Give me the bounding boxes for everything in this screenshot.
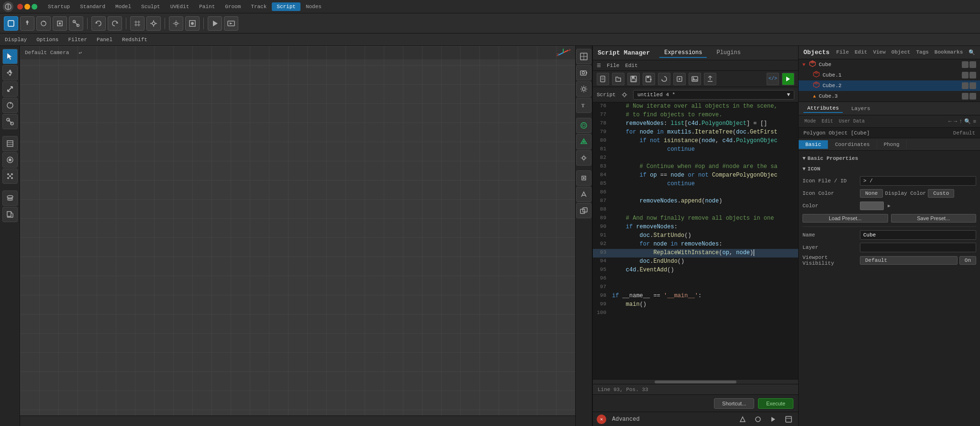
- rt-settings-icon[interactable]: [576, 150, 591, 166]
- toolbar-render-settings-btn[interactable]: [185, 16, 200, 31]
- tab-model[interactable]: Model: [111, 2, 136, 11]
- rt-text-icon[interactable]: T: [576, 98, 591, 113]
- toolbar-undo-btn[interactable]: [91, 16, 106, 31]
- close-window-btn[interactable]: [17, 4, 23, 10]
- attr-search-btn[interactable]: 🔍: [964, 118, 971, 124]
- tab-standard[interactable]: Standard: [75, 2, 110, 11]
- save-preset-btn[interactable]: Save Preset...: [891, 214, 977, 223]
- toolbar-rigging-btn[interactable]: [69, 16, 83, 31]
- sm-tab-plugins[interactable]: Plugins: [712, 48, 745, 58]
- code-scrollbar[interactable]: [593, 379, 798, 384]
- attr-icon-file-value[interactable]: > /: [860, 176, 976, 186]
- object-row-cube1[interactable]: Cube.1: [799, 70, 980, 80]
- script-settings-btn[interactable]: [620, 90, 629, 100]
- tab-sculpt[interactable]: Sculpt: [136, 2, 165, 11]
- objects-edit-menu[interactable]: Edit: [853, 49, 869, 56]
- code-scrollbar-thumb[interactable]: [655, 381, 737, 383]
- attr-tab-basic[interactable]: Basic: [799, 140, 828, 149]
- attr-tab-phong[interactable]: Phong: [877, 140, 907, 149]
- attr-basic-properties-header[interactable]: ▼ Basic Properties: [802, 155, 976, 162]
- rt-export-icon[interactable]: [576, 187, 591, 202]
- sm-saveas-btn[interactable]: [643, 73, 655, 85]
- tab-startup[interactable]: Startup: [43, 2, 75, 11]
- viewport[interactable]: Default Camera ↩ X Y Z: [20, 46, 575, 426]
- advanced-tool-1[interactable]: [737, 414, 748, 425]
- advanced-close-btn[interactable]: ✕: [597, 415, 606, 424]
- rt-snap-icon[interactable]: [576, 170, 591, 186]
- code-editor[interactable]: 76 # Now iterate over all objects in the…: [593, 102, 798, 379]
- attr-name-input[interactable]: Cube: [860, 230, 976, 240]
- objects-tags-menu[interactable]: Tags: [914, 49, 930, 56]
- tab-groom[interactable]: Groom: [220, 2, 245, 11]
- toolbar-render-btn[interactable]: [208, 16, 222, 31]
- rt-materials-icon[interactable]: [576, 134, 591, 149]
- sm-new-btn[interactable]: [597, 73, 609, 85]
- object-row-cube[interactable]: ▼ Cube: [799, 59, 980, 70]
- attr-menu-btn[interactable]: ≡: [973, 119, 976, 124]
- sidebar-rotate-tool[interactable]: [2, 98, 18, 113]
- sidebar-layer-tool[interactable]: [2, 191, 18, 206]
- sm-tab-expressions[interactable]: Expressions: [659, 48, 707, 58]
- tab-track[interactable]: Track: [246, 2, 271, 11]
- sidebar-export-tool[interactable]: [2, 207, 18, 222]
- sidebar-move-tool[interactable]: [2, 65, 18, 80]
- tab-paint[interactable]: Paint: [194, 2, 220, 11]
- rt-light-icon[interactable]: [576, 81, 591, 97]
- tab-script[interactable]: Script: [272, 2, 301, 11]
- toolbar-scale-btn[interactable]: [53, 16, 67, 31]
- advanced-tool-4[interactable]: [783, 414, 794, 425]
- sidebar-objects-tool[interactable]: [2, 136, 18, 151]
- execute-button[interactable]: Execute: [758, 398, 793, 409]
- objects-bookmarks-menu[interactable]: Bookmarks: [933, 49, 965, 56]
- sm-revert-btn[interactable]: [658, 73, 670, 85]
- toolbar-render-view-btn[interactable]: [224, 16, 238, 31]
- attr-nav-up[interactable]: ↑: [959, 118, 962, 125]
- toolbar-select-btn[interactable]: [4, 16, 18, 31]
- sm-run-btn[interactable]: [782, 73, 794, 85]
- attr-mode-btn[interactable]: Mode: [802, 118, 818, 124]
- display-menu-redshift[interactable]: Redshift: [122, 37, 147, 43]
- attr-tab-attributes[interactable]: Attributes: [803, 104, 843, 113]
- rt-viewport-icon[interactable]: [576, 49, 591, 64]
- attr-edit-btn[interactable]: Edit: [820, 118, 835, 124]
- sidebar-particle-tool[interactable]: [2, 168, 18, 184]
- display-menu-options[interactable]: Options: [36, 37, 58, 43]
- tab-nodes[interactable]: Nodes: [301, 2, 326, 11]
- toolbar-grid-btn[interactable]: [130, 16, 145, 31]
- object-row-cube2[interactable]: Cube.2: [799, 80, 980, 91]
- minimize-window-btn[interactable]: [24, 4, 30, 10]
- sm-image-btn[interactable]: [689, 73, 701, 85]
- display-menu-filter[interactable]: Filter: [68, 37, 87, 43]
- shortcut-button[interactable]: Shortcut...: [714, 398, 754, 409]
- objects-object-menu[interactable]: Object: [890, 49, 913, 56]
- sidebar-scale-tool[interactable]: [2, 81, 18, 97]
- attr-icon-color-none-btn[interactable]: None: [860, 189, 883, 198]
- sidebar-select-tool[interactable]: [2, 49, 18, 64]
- rt-camera-icon[interactable]: [576, 65, 591, 80]
- rt-clone-icon[interactable]: [576, 203, 591, 218]
- load-preset-btn[interactable]: Load Preset...: [802, 214, 888, 223]
- tab-uvedit[interactable]: UVEdit: [166, 2, 194, 11]
- attr-display-color-btn[interactable]: Custo: [928, 189, 954, 198]
- sidebar-material-tool[interactable]: [2, 152, 18, 168]
- attr-tab-layers[interactable]: Layers: [847, 105, 874, 112]
- objects-file-menu[interactable]: File: [835, 49, 851, 56]
- toolbar-snap-btn[interactable]: [146, 16, 161, 31]
- attr-tab-coordinates[interactable]: Coordinates: [828, 140, 877, 149]
- attr-color-expand-btn[interactable]: ▶: [886, 203, 892, 209]
- object-row-cube3[interactable]: ▲ Cube.3: [799, 91, 980, 101]
- toolbar-move-btn[interactable]: [20, 16, 34, 31]
- maximize-window-btn[interactable]: [32, 4, 37, 10]
- objects-view-menu[interactable]: View: [871, 49, 887, 56]
- display-menu-display[interactable]: Display: [5, 37, 27, 43]
- script-name-selector[interactable]: untitled 4 * ▼: [633, 90, 794, 100]
- sm-open-btn[interactable]: [612, 73, 624, 85]
- toolbar-redo-btn[interactable]: [108, 16, 122, 31]
- attr-icon-section-header[interactable]: ▼ ICON: [802, 165, 976, 173]
- objects-search-btn[interactable]: 🔍: [967, 49, 977, 56]
- rt-objects-icon[interactable]: [576, 118, 591, 133]
- advanced-tool-3[interactable]: [768, 414, 779, 425]
- toolbar-settings-btn[interactable]: [169, 16, 183, 31]
- sidebar-rigging-tool[interactable]: [2, 114, 18, 129]
- attr-viewport-vis-btn[interactable]: Default: [860, 256, 958, 265]
